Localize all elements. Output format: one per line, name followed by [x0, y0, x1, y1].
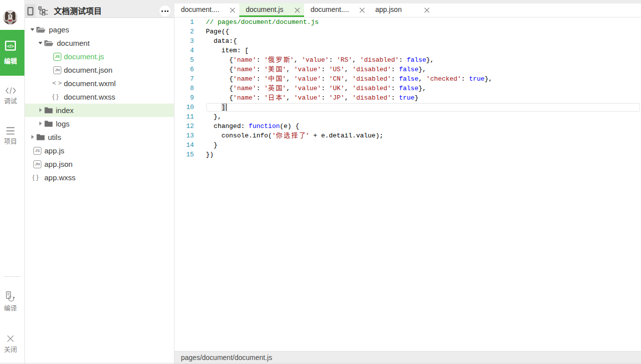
svg-text:</>: </>: [7, 43, 14, 49]
